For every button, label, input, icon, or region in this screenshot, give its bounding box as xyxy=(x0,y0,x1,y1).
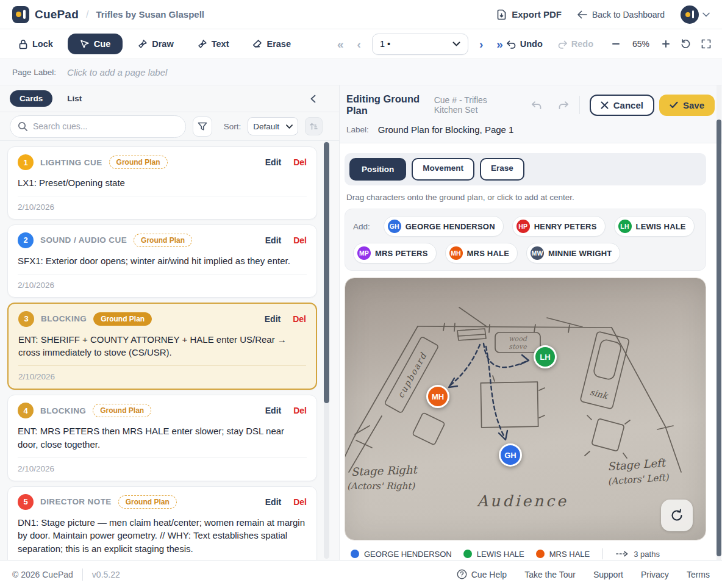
edit-cue-button[interactable]: Edit xyxy=(265,314,281,324)
tool-erase-button[interactable]: Erase xyxy=(243,34,299,54)
cue-card-5[interactable]: 5 DIRECTOR NOTE Ground Plan Edit Del DN1… xyxy=(7,486,317,561)
next-page-button[interactable]: › xyxy=(477,38,485,50)
first-page-button[interactable]: « xyxy=(335,38,346,50)
page-select[interactable]: 1 • xyxy=(372,34,468,55)
filter-button[interactable] xyxy=(193,117,212,137)
cue-type: LIGHTING CUE xyxy=(40,158,102,167)
delete-cue-button[interactable]: Del xyxy=(293,314,306,324)
sidebar-scrollbar-thumb[interactable] xyxy=(324,142,329,403)
character-chip-lewis-hale[interactable]: LH LEWIS HALE xyxy=(614,216,695,237)
logo-bar xyxy=(23,10,26,19)
mode-tab-erase[interactable]: Erase xyxy=(480,158,524,181)
page-navigation: « ‹ 1 • › » xyxy=(335,34,506,55)
character-name: MINNIE WRIGHT xyxy=(548,249,612,258)
label-field-value[interactable]: Ground Plan for Blocking, Page 1 xyxy=(378,124,514,135)
tab-list[interactable]: List xyxy=(57,90,91,107)
page-label-caption: Page Label: xyxy=(12,68,56,77)
cue-card-1[interactable]: 1 LIGHTING CUE Ground Plan Edit Del LX1:… xyxy=(7,146,317,220)
dashed-arrow-icon xyxy=(616,551,629,557)
undo-arc-icon xyxy=(531,101,542,110)
edit-cue-button[interactable]: Edit xyxy=(265,157,281,167)
pen-nib-icon xyxy=(197,39,207,49)
page-label-bar: Page Label: Click to add a page label xyxy=(0,59,722,85)
character-chip-mrs-hale[interactable]: MH MRS HALE xyxy=(445,243,518,264)
back-to-dashboard-link[interactable]: Back to Dashboard xyxy=(577,10,665,20)
cue-type: DIRECTOR NOTE xyxy=(40,497,112,506)
delete-cue-button[interactable]: Del xyxy=(293,497,307,507)
footer-link-privacy[interactable]: Privacy xyxy=(641,570,669,579)
cue-text: DN1: Stage picture — men claim heat/cent… xyxy=(18,516,307,556)
page-label-input[interactable]: Click to add a page label xyxy=(67,67,167,77)
paths-count-label: 3 paths xyxy=(634,550,660,559)
zoom-in-button[interactable] xyxy=(662,40,670,48)
cue-card-4[interactable]: 4 BLOCKING Ground Plan Edit Del ENT: MRS… xyxy=(7,395,317,481)
ground-plan-canvas[interactable]: wood stove cupboard sink Stage Right (Ac… xyxy=(345,278,706,540)
editor-scrollbar-thumb[interactable] xyxy=(717,120,721,556)
chevron-down-icon xyxy=(286,124,293,129)
avatar xyxy=(681,5,699,24)
prev-page-button[interactable]: ‹ xyxy=(355,38,363,50)
cancel-label: Cancel xyxy=(613,100,643,110)
app-logo-icon[interactable] xyxy=(12,6,29,23)
tool-lock-button[interactable]: Lock xyxy=(10,34,62,54)
legend-dot xyxy=(536,550,545,558)
edit-cue-button[interactable]: Edit xyxy=(265,497,281,507)
delete-cue-button[interactable]: Del xyxy=(293,235,307,245)
export-pdf-button[interactable]: Export PDF xyxy=(496,9,562,20)
add-character-bar: Add: GH GEORGE HENDERSON HP HENRY PETERS… xyxy=(345,209,706,271)
editor-redo-button[interactable] xyxy=(558,101,570,110)
edit-cue-button[interactable]: Edit xyxy=(265,406,281,415)
mode-tab-movement[interactable]: Movement xyxy=(412,158,474,181)
zoom-out-button[interactable] xyxy=(612,40,620,48)
delete-cue-button[interactable]: Del xyxy=(293,406,307,415)
cue-card-list: 1 LIGHTING CUE Ground Plan Edit Del LX1:… xyxy=(0,141,339,560)
legend-name: LEWIS HALE xyxy=(477,550,524,559)
character-chip-mrs-peters[interactable]: MP MRS PETERS xyxy=(353,243,437,264)
cue-card-3-selected[interactable]: 3 BLOCKING Ground Plan Edit Del ENT: SHE… xyxy=(7,303,317,390)
marker-george-henderson[interactable]: GH xyxy=(499,443,522,467)
cancel-button[interactable]: Cancel xyxy=(590,95,654,116)
divider xyxy=(602,548,603,559)
sort-direction-button[interactable] xyxy=(305,117,323,135)
delete-cue-button[interactable]: Del xyxy=(293,157,307,167)
filter-funnel-icon xyxy=(198,122,207,131)
search-input[interactable] xyxy=(10,115,186,138)
character-chip-george-henderson[interactable]: GH GEORGE HENDERSON xyxy=(384,216,504,237)
character-avatar: MH xyxy=(449,246,463,260)
save-button[interactable]: Save xyxy=(659,95,715,116)
editor-undo-button[interactable] xyxy=(531,101,542,110)
marker-mrs-hale[interactable]: MH xyxy=(426,385,449,408)
rotate-plan-button[interactable] xyxy=(661,500,693,531)
sort-select[interactable]: Default xyxy=(248,117,298,135)
cue-card-2[interactable]: 2 SOUND / AUDIO CUE Ground Plan Edit Del… xyxy=(7,224,317,298)
edit-cue-button[interactable]: Edit xyxy=(265,235,281,245)
redo-button[interactable]: Redo xyxy=(557,39,593,49)
tool-draw-button[interactable]: Draw xyxy=(129,34,182,54)
undo-button[interactable]: Undo xyxy=(506,39,543,49)
footer-link-cue-help[interactable]: Cue Help xyxy=(457,569,507,579)
last-page-button[interactable]: » xyxy=(494,38,506,50)
footer-link-support[interactable]: Support xyxy=(593,570,623,579)
version-text: v0.5.22 xyxy=(92,570,120,579)
marker-lewis-hale[interactable]: LH xyxy=(534,345,557,368)
label-stage-left-sub: (Actors' Left) xyxy=(607,471,670,487)
avatar-bar xyxy=(692,10,695,18)
reset-view-button[interactable] xyxy=(681,39,691,49)
legend-name: GEORGE HENDERSON xyxy=(364,550,452,559)
user-menu[interactable] xyxy=(681,5,710,24)
sidebar-collapse-button[interactable] xyxy=(310,95,316,103)
cue-type: SOUND / AUDIO CUE xyxy=(40,235,127,245)
mode-tab-position[interactable]: Position xyxy=(349,158,406,181)
app-header: CuePad / Trifles by Susan Glaspell Expor… xyxy=(0,0,722,29)
character-chip-minnie-wright[interactable]: MW MINNIE WRIGHT xyxy=(526,243,620,264)
footer-link-terms[interactable]: Terms xyxy=(687,570,710,579)
fullscreen-button[interactable] xyxy=(701,39,711,49)
sort-label: Sort: xyxy=(224,122,241,131)
tab-cards[interactable]: Cards xyxy=(10,90,52,107)
logo-dot xyxy=(16,12,21,17)
back-to-dashboard-label: Back to Dashboard xyxy=(592,10,665,20)
tool-cue-button[interactable]: Cue xyxy=(68,34,123,54)
tool-text-button[interactable]: Text xyxy=(188,34,238,54)
character-chip-henry-peters[interactable]: HP HENRY PETERS xyxy=(512,216,606,237)
footer-link-take-the-tour[interactable]: Take the Tour xyxy=(524,570,576,579)
